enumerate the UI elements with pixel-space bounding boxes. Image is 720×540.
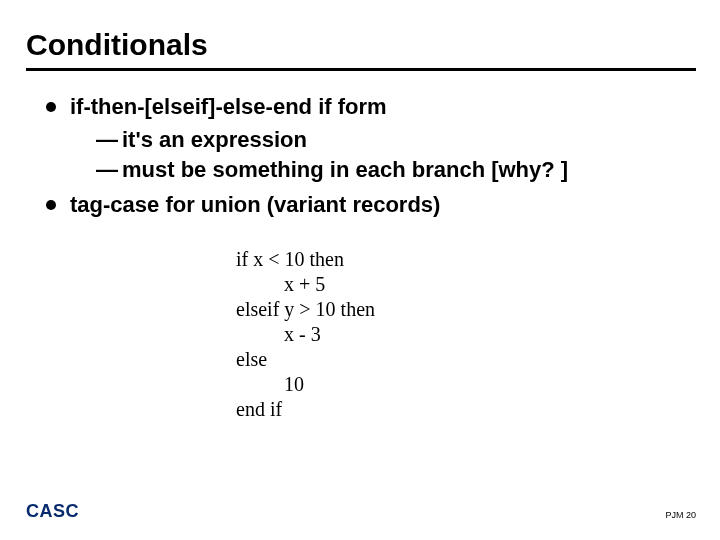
code-line: elseif y > 10 then	[236, 297, 694, 322]
sub-bullet-item: — must be something in each branch [why?…	[46, 156, 694, 185]
sub-bullet-text: must be something in each branch [why? ]	[122, 156, 568, 185]
slide-title: Conditionals	[0, 0, 720, 68]
sub-bullet-item: — it's an expression	[46, 126, 694, 155]
code-line: if x < 10 then	[236, 247, 694, 272]
content-area: if-then-[elseif]-else-end if form — it's…	[0, 93, 720, 422]
code-line: x - 3	[236, 322, 694, 347]
title-divider	[26, 68, 696, 71]
code-example: if x < 10 then x + 5 elseif y > 10 then …	[236, 247, 694, 422]
footer-prefix: PJM	[665, 510, 683, 520]
sub-bullet-text: it's an expression	[122, 126, 307, 155]
footer-page-number: 20	[686, 510, 696, 520]
code-line: end if	[236, 397, 694, 422]
bullet-icon	[46, 102, 56, 112]
footer-logo-text: CASC	[26, 501, 79, 522]
dash-icon: —	[96, 126, 118, 155]
bullet-text: tag-case for union (variant records)	[70, 191, 440, 220]
dash-icon: —	[96, 156, 118, 185]
bullet-item: if-then-[elseif]-else-end if form	[46, 93, 694, 122]
bullet-text: if-then-[elseif]-else-end if form	[70, 93, 387, 122]
code-line: x + 5	[236, 272, 694, 297]
code-line: else	[236, 347, 694, 372]
code-line: 10	[236, 372, 694, 397]
bullet-item: tag-case for union (variant records)	[46, 191, 694, 220]
bullet-icon	[46, 200, 56, 210]
footer-page-label: PJM 20	[665, 510, 696, 520]
